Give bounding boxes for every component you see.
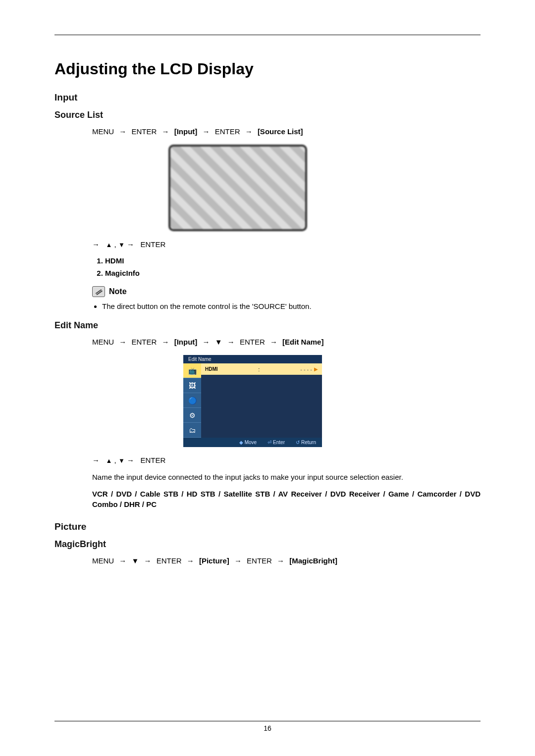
breadcrumb-source-list: MENU → ENTER → [Input] → ENTER → [Source… (92, 127, 481, 136)
arrow-right-icon: → (224, 338, 238, 346)
source-list-items: HDMI MagicInfo (92, 256, 481, 277)
arrow-right-icon: → (274, 556, 287, 565)
arrow-right-icon: → (159, 338, 172, 346)
osd-tab-input-icon: 📺 (183, 363, 201, 378)
crumb-enter: ENTER (132, 338, 157, 346)
crumb-edit-name: [Edit Name] (282, 338, 323, 346)
osd-tab-sound-icon: 🔵 (183, 393, 201, 408)
crumb-input: [Input] (174, 338, 198, 346)
note-bullet: The direct button on the remote control … (102, 302, 481, 310)
down-arrow-icon: ▼ (132, 556, 139, 565)
section-input: Input (54, 92, 481, 103)
osd-footer-enter: ⏎Enter (268, 440, 285, 445)
osd-footer: ◆Move ⏎Enter ↺Return (183, 438, 322, 447)
osd-footer-move: ◆Move (239, 440, 257, 445)
crumb-enter: ENTER (132, 127, 157, 136)
crumb-menu: MENU (92, 127, 114, 136)
nav-enter-label: ENTER (140, 240, 165, 249)
crumb-enter: ENTER (247, 556, 272, 565)
footer-divider (54, 721, 481, 721)
osd-row-value: - - - - ▶ (300, 366, 318, 372)
arrow-right-icon: → (141, 556, 155, 565)
note-bullets: The direct button on the remote control … (92, 302, 481, 310)
section-picture: Picture (54, 521, 481, 532)
arrow-right-icon: → (200, 338, 213, 346)
arrow-right-icon: → (116, 127, 129, 136)
osd-tab-setup-icon: ⚙ (183, 408, 201, 423)
down-arrow-icon: ▼ (118, 457, 125, 464)
osd-wrap: Edit Name 📺 🖼 🔵 ⚙ 🗂 HDMI : - - - - ▶ (25, 355, 481, 447)
arrow-right-icon: → (92, 456, 100, 464)
comma: , (114, 456, 118, 464)
arrow-right-icon: → (127, 240, 134, 249)
arrow-right-icon: → (92, 240, 100, 249)
edit-name-options: VCR / DVD / Cable STB / HD STB / Satelli… (92, 489, 481, 509)
arrow-right-icon: → (116, 556, 129, 565)
return-icon: ↺ (296, 440, 300, 445)
arrow-right-icon: → (184, 556, 197, 565)
osd-body: 📺 🖼 🔵 ⚙ 🗂 HDMI : - - - - ▶ (183, 363, 322, 438)
subsection-magicbright: MagicBright (54, 539, 481, 550)
crumb-enter: ENTER (215, 127, 240, 136)
crumb-enter: ENTER (157, 556, 182, 565)
crumb-source-list: [Source List] (258, 127, 303, 136)
up-arrow-icon: ▲ (106, 457, 112, 464)
crumb-menu: MENU (92, 338, 114, 346)
arrow-right-icon: → (200, 127, 213, 136)
crumb-picture: [Picture] (199, 556, 229, 565)
manual-page: Adjusting the LCD Display Input Source L… (0, 0, 535, 756)
arrow-right-icon: → (159, 127, 172, 136)
arrow-right-icon: → (127, 456, 134, 464)
down-arrow-icon: ▼ (215, 338, 222, 346)
arrow-right-icon: → (242, 127, 256, 136)
osd-row-label: HDMI (205, 366, 218, 372)
up-arrow-icon: ▲ (106, 241, 112, 249)
edit-name-description: Name the input device connected to the i… (92, 472, 481, 482)
subsection-source-list: Source List (54, 110, 481, 120)
note-icon (92, 286, 105, 297)
nav-hint-edit-name: → ▲ , ▼ → ENTER (92, 456, 481, 464)
osd-tab-picture-icon: 🖼 (183, 378, 201, 393)
source-list-graphic-wrap (25, 145, 451, 231)
osd-tab-multi-icon: 🗂 (183, 423, 201, 438)
enter-icon: ⏎ (268, 440, 271, 445)
note-label: Note (109, 287, 127, 296)
breadcrumb-edit-name: MENU → ENTER → [Input] → ▼ → ENTER → [Ed… (92, 338, 481, 346)
comma: , (114, 240, 118, 249)
osd-footer-return: ↺Return (296, 440, 316, 445)
page-number: 16 (0, 724, 535, 732)
nav-hint-source-list: → ▲ , ▼ → ENTER (92, 240, 481, 249)
osd-panel: Edit Name 📺 🖼 🔵 ⚙ 🗂 HDMI : - - - - ▶ (183, 355, 322, 447)
note-row: Note (92, 286, 481, 297)
crumb-magicbright: [MagicBright] (289, 556, 337, 565)
breadcrumb-magicbright: MENU → ▼ → ENTER → [Picture] → ENTER → [… (92, 556, 481, 565)
down-arrow-icon: ▼ (118, 241, 125, 249)
arrow-right-icon: → (267, 338, 280, 346)
osd-row-sep: : (258, 366, 260, 372)
osd-row-hdmi: HDMI : - - - - ▶ (201, 363, 322, 375)
crumb-enter: ENTER (240, 338, 265, 346)
osd-icon-column: 📺 🖼 🔵 ⚙ 🗂 (183, 363, 201, 438)
subsection-edit-name: Edit Name (54, 320, 481, 331)
osd-main: HDMI : - - - - ▶ (201, 363, 322, 438)
list-item: MagicInfo (105, 269, 481, 277)
osd-empty-area (201, 375, 322, 438)
arrow-right-icon: → (116, 338, 129, 346)
osd-header: Edit Name (183, 355, 322, 363)
crumb-menu: MENU (92, 556, 114, 565)
nav-enter-label: ENTER (140, 456, 165, 464)
crumb-input: [Input] (174, 127, 198, 136)
list-item: HDMI (105, 256, 481, 265)
page-title: Adjusting the LCD Display (54, 60, 481, 78)
diamond-icon: ◆ (239, 440, 243, 445)
arrow-right-icon: → (231, 556, 245, 565)
header-divider (54, 35, 481, 35)
source-list-graphic (168, 145, 307, 231)
triangle-right-icon: ▶ (314, 366, 318, 372)
